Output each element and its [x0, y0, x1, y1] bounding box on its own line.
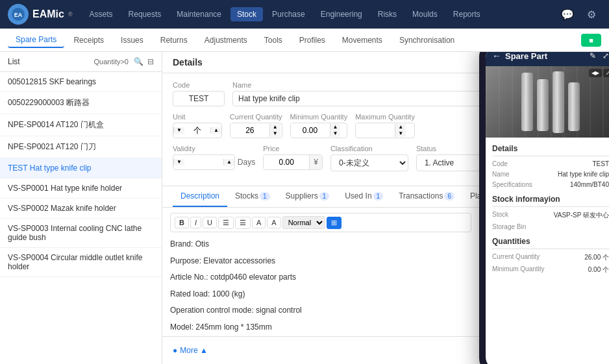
phone-fullscreen-icon[interactable]: ⤢ — [603, 69, 609, 77]
phone-spec-label: Specifications — [492, 181, 532, 188]
underline-button[interactable]: U — [203, 217, 217, 228]
tab-suppliers[interactable]: Suppliers1 — [278, 186, 338, 207]
max-qty-spinner: ▲ ▼ — [355, 123, 415, 138]
list-title: List — [8, 57, 88, 66]
settings-icon[interactable]: ⚙ — [582, 6, 601, 23]
unit-label: Unit — [173, 113, 222, 121]
phone-content: Details Code TEST Name Hat type knife cl… — [486, 138, 609, 364]
subnav-adjustments[interactable]: Adjustments — [197, 33, 255, 47]
subnav-receipts[interactable]: Receipts — [66, 33, 112, 47]
phone-current-qty-row: Current Quantity 26.00 个 — [492, 253, 609, 262]
phone-current-qty-label: Current Quantity — [492, 253, 540, 262]
subnav-spare-parts[interactable]: Spare Parts — [8, 32, 64, 48]
tab-description[interactable]: Description — [173, 186, 227, 207]
days-label: Days — [238, 158, 255, 167]
top-navigation: EA EAMic® Assets Requests Maintenance St… — [0, 0, 609, 29]
phone-code-row: Code TEST — [492, 160, 609, 167]
chat-icon[interactable]: 💬 — [556, 6, 579, 23]
nav-engineering[interactable]: Engineering — [314, 7, 369, 21]
svg-text:EA: EA — [14, 12, 23, 18]
ordered-list-button[interactable]: ☰ — [235, 217, 251, 229]
price-input[interactable] — [264, 155, 309, 169]
subnav-returns[interactable]: Returns — [153, 33, 195, 47]
more-button[interactable]: ● More ▲ — [173, 346, 208, 355]
max-qty-input[interactable] — [356, 123, 395, 138]
phone-edit-icon[interactable]: ✎ — [590, 52, 596, 60]
list-item[interactable]: VS-SP0003 Internal cooling CNC lathe gui… — [0, 219, 162, 248]
unit-up-btn[interactable]: ▲ — [210, 127, 221, 134]
list-item[interactable]: VS-SP0002 Mazak knife holder — [0, 199, 162, 219]
current-qty-up-btn[interactable]: ▲ — [269, 124, 280, 130]
phone-storage-row: Storage Bin — [492, 223, 609, 230]
tab-stocks[interactable]: Stocks1 — [227, 186, 278, 207]
list-item-active[interactable]: TEST Hat type knife clip — [0, 158, 162, 178]
price-label: Price — [263, 145, 323, 152]
validity-spinner: ▼ ▲ — [173, 154, 235, 170]
unordered-list-button[interactable]: ☰ — [218, 217, 234, 229]
phone-back-icon[interactable]: ← — [492, 52, 501, 61]
nav-risks[interactable]: Risks — [371, 7, 403, 21]
phone-min-qty-label: Minimum Quantity — [492, 265, 545, 274]
nav-assets[interactable]: Assets — [83, 7, 119, 21]
bold-button[interactable]: B — [175, 217, 189, 228]
left-panel: List Quantity>0 🔍 ⊟ 005012815 SKF bearin… — [0, 52, 162, 364]
search-icon[interactable]: 🔍 — [134, 57, 143, 66]
classification-select[interactable]: 0-未定义 — [330, 154, 408, 171]
spare-parts-list: 005012815 SKF bearings 0050229000003 断路器… — [0, 72, 162, 364]
unit-input[interactable] — [184, 123, 210, 138]
subnav-profiles[interactable]: Profiles — [292, 33, 333, 47]
subnav-tools[interactable]: Tools — [256, 33, 290, 47]
description-line-1: Brand: Otis — [170, 237, 471, 252]
filter-icon[interactable]: ⊟ — [147, 57, 154, 66]
list-item[interactable]: VS-SP0001 Hat type knife holder — [0, 178, 162, 199]
validity-down-btn[interactable]: ▼ — [173, 159, 184, 165]
phone-name-label: Name — [492, 171, 510, 178]
font-size-select[interactable]: Normal — [282, 216, 325, 229]
list-item[interactable]: 0050229000003 断路器 — [0, 92, 162, 114]
current-quantity-label: Current Quantity — [230, 113, 282, 121]
subnav-movements[interactable]: Movements — [334, 33, 390, 47]
sync-button[interactable]: ■ — [581, 34, 601, 47]
special-button[interactable]: ⊞ — [327, 217, 342, 229]
current-qty-down-btn[interactable]: ▼ — [269, 130, 280, 137]
max-qty-down-btn[interactable]: ▼ — [395, 130, 406, 137]
phone-stock-title: Stock informayion — [492, 195, 609, 207]
list-item[interactable]: VS-SP0004 Circular middle outlet knife h… — [0, 248, 162, 277]
italic-button[interactable]: I — [190, 217, 201, 228]
price-currency: ¥ — [309, 155, 322, 169]
name-input[interactable] — [232, 91, 513, 106]
list-actions: 🔍 ⊟ — [134, 57, 154, 66]
subnav-synchronisation[interactable]: Synchronisation — [392, 33, 462, 47]
list-item[interactable]: 005012815 SKF bearings — [0, 72, 162, 92]
logo-icon: EA — [8, 4, 29, 25]
transactions-badge: 6 — [444, 192, 454, 200]
nav-requests[interactable]: Requests — [122, 7, 168, 21]
sub-navigation: Spare Parts Receipts Issues Returns Adju… — [0, 29, 609, 52]
phone-stock-section: Stock informayion Stock VASP-SP 研发中心 Sto… — [492, 195, 609, 230]
phone-stock-row: Stock VASP-SP 研发中心 — [492, 211, 609, 220]
min-qty-up-btn[interactable]: ▲ — [330, 124, 341, 130]
list-item[interactable]: NPE-SP0021 AT120 门刀 — [0, 136, 162, 158]
phone-expand-icon[interactable]: ⤢ — [603, 52, 609, 60]
list-item[interactable]: NPE-SP0014 AT120 门机盒 — [0, 114, 162, 136]
min-qty-input[interactable] — [291, 123, 330, 138]
subnav-issues[interactable]: Issues — [113, 33, 151, 47]
validity-input[interactable] — [184, 155, 223, 169]
phone-details-title: Details — [492, 144, 609, 156]
align-button[interactable]: A — [267, 217, 280, 228]
nav-moulds[interactable]: Moulds — [406, 7, 444, 21]
min-qty-down-btn[interactable]: ▼ — [330, 130, 341, 137]
align-left-button[interactable]: A — [252, 217, 266, 228]
unit-down-btn[interactable]: ▼ — [173, 127, 184, 134]
minimum-quantity-label: Minimum Quantity — [290, 113, 348, 121]
nav-purchase[interactable]: Purchase — [266, 7, 312, 21]
nav-maintenance[interactable]: Maintenance — [170, 7, 228, 21]
code-input[interactable] — [173, 91, 225, 106]
tab-transactions[interactable]: Transactions6 — [391, 186, 462, 207]
tab-used-in[interactable]: Used In1 — [337, 186, 391, 207]
validity-up-btn[interactable]: ▲ — [223, 159, 234, 165]
nav-stock[interactable]: Stock — [230, 7, 263, 21]
nav-reports[interactable]: Reports — [447, 7, 487, 21]
max-qty-up-btn[interactable]: ▲ — [395, 124, 406, 130]
current-qty-input[interactable] — [230, 123, 269, 138]
